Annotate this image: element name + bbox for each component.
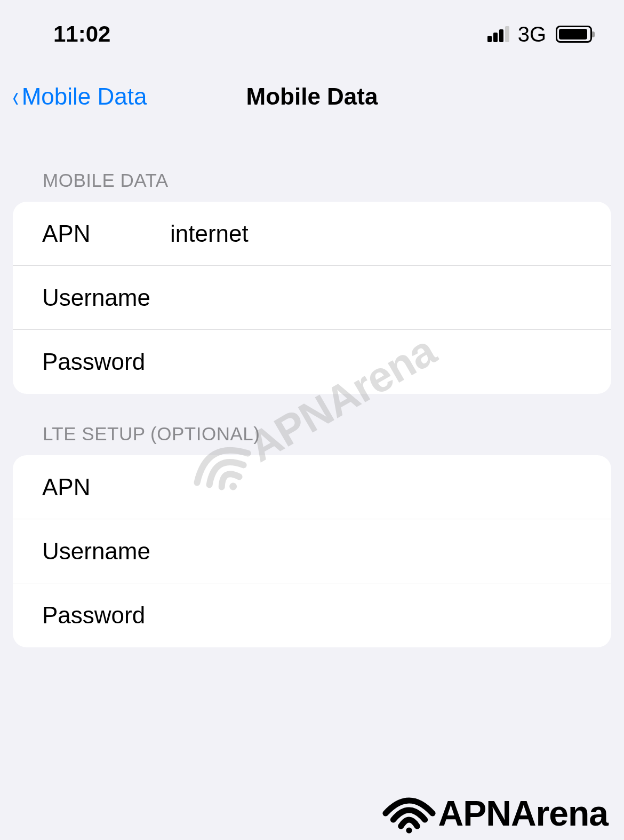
section-group-mobile-data: APN Username Password: [13, 202, 611, 394]
wifi-icon: [380, 792, 438, 835]
network-type-label: 3G: [518, 22, 546, 46]
label-username: Username: [42, 284, 170, 311]
back-button-label: Mobile Data: [22, 83, 147, 110]
row-lte-apn: APN: [13, 455, 611, 519]
svg-point-1: [406, 827, 412, 833]
chevron-left-icon: ‹: [13, 79, 19, 114]
label-lte-apn: APN: [42, 474, 170, 501]
watermark-bottom: APNArena: [380, 792, 608, 835]
row-password: Password: [13, 330, 611, 394]
section-lte-setup: LTE SETUP (OPTIONAL) APN Username Passwo…: [0, 423, 624, 647]
input-lte-password[interactable]: [170, 602, 582, 629]
label-lte-password: Password: [42, 602, 170, 629]
label-lte-username: Username: [42, 538, 170, 565]
row-username: Username: [13, 266, 611, 330]
watermark-bottom-text: APNArena: [438, 793, 608, 834]
input-apn[interactable]: [170, 220, 582, 247]
row-lte-username: Username: [13, 519, 611, 583]
row-apn: APN: [13, 202, 611, 266]
battery-icon: [556, 26, 592, 43]
section-mobile-data: MOBILE DATA APN Username Password: [0, 170, 624, 394]
page-title: Mobile Data: [246, 83, 378, 110]
input-password[interactable]: [170, 348, 582, 375]
row-lte-password: Password: [13, 583, 611, 647]
label-apn: APN: [42, 220, 170, 247]
label-password: Password: [42, 348, 170, 375]
input-lte-apn[interactable]: [170, 474, 582, 501]
status-bar: 11:02 3G: [0, 0, 624, 63]
section-header-lte-setup: LTE SETUP (OPTIONAL): [0, 423, 624, 455]
status-time: 11:02: [53, 21, 110, 47]
section-header-mobile-data: MOBILE DATA: [0, 170, 624, 202]
back-button[interactable]: ‹ Mobile Data: [11, 79, 147, 114]
section-group-lte-setup: APN Username Password: [13, 455, 611, 647]
signal-strength-icon: [487, 26, 509, 42]
navigation-bar: ‹ Mobile Data Mobile Data: [0, 63, 624, 140]
input-username[interactable]: [170, 284, 582, 311]
status-indicators: 3G: [487, 22, 592, 46]
input-lte-username[interactable]: [170, 538, 582, 565]
